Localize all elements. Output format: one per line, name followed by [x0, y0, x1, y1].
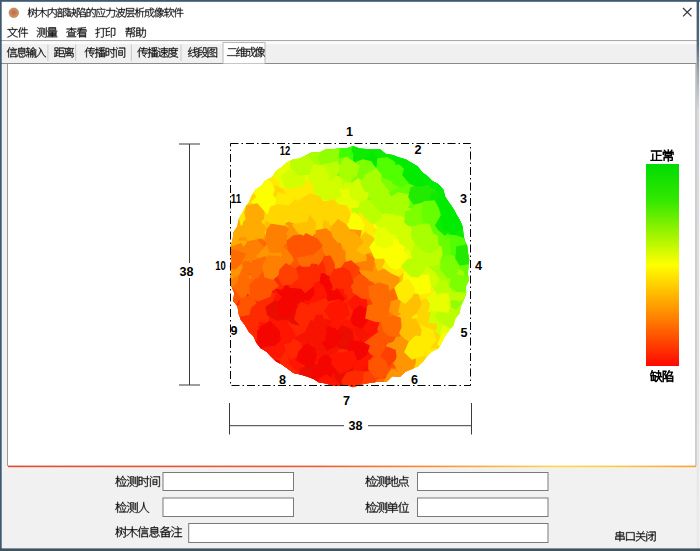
svg-text:5: 5 [460, 326, 467, 340]
svg-text:9: 9 [230, 324, 237, 338]
svg-text:4: 4 [475, 259, 482, 273]
svg-text:10: 10 [215, 259, 226, 273]
svg-text:6: 6 [411, 373, 418, 387]
svg-text:38: 38 [349, 419, 363, 433]
svg-text:3: 3 [460, 192, 467, 206]
svg-text:2: 2 [414, 143, 421, 157]
svg-text:12: 12 [280, 144, 291, 158]
svg-text:7: 7 [343, 394, 350, 408]
svg-text:38: 38 [180, 265, 194, 279]
svg-text:8: 8 [279, 373, 286, 387]
svg-text:11: 11 [231, 192, 242, 206]
svg-text:1: 1 [346, 125, 353, 139]
